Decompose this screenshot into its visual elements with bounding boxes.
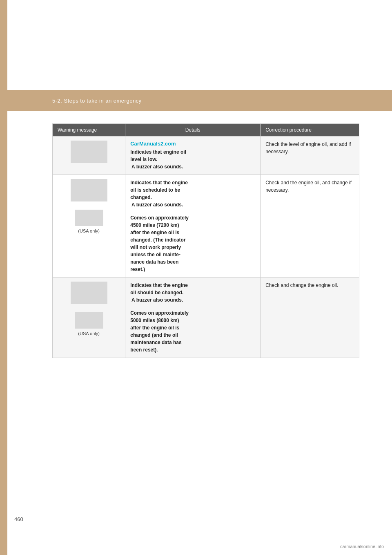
warning-icon-2a [71, 179, 107, 201]
details-text-3a: Indicates that the engineoil should be c… [130, 282, 188, 303]
page-title: 5-2. Steps to take in an emergency [52, 98, 142, 104]
header-bar: 5-2. Steps to take in an emergency [7, 90, 392, 111]
col-header-details: Details [125, 124, 261, 137]
details-text-2a: Indicates that the engineoil is schedule… [130, 180, 188, 208]
warning-icon-3b [75, 312, 103, 329]
details-cell-2: Indicates that the engineoil is schedule… [125, 175, 261, 278]
warning-icon-1 [71, 141, 107, 163]
details-cell-1: CarManuals2.com Indicates that engine oi… [125, 137, 261, 175]
warning-image-cell-2: (USA only) [53, 175, 125, 278]
details-cell-3: Indicates that the engineoil should be c… [125, 278, 261, 358]
page-number: 460 [14, 516, 23, 522]
left-accent-bar [0, 0, 7, 555]
correction-text-1: Check the level of engine oil, and add i… [265, 141, 351, 154]
carmanuals-link[interactable]: CarManuals2.com [130, 141, 255, 147]
warning-icon-2b [75, 210, 103, 226]
warning-table: Warning message Details Correction proce… [52, 123, 359, 358]
table-row: (USA only) Indicates that the engineoil … [53, 278, 359, 358]
warning-image-cell-3: (USA only) [53, 278, 125, 358]
details-text-3b: Comes on approximately5000 miles (8000 k… [130, 310, 189, 353]
watermark: carmanualsonline.info [340, 544, 384, 549]
main-content: Warning message Details Correction proce… [7, 111, 392, 383]
col-header-warning: Warning message [53, 124, 125, 137]
col-header-correction: Correction procedure [261, 124, 359, 137]
warning-image-cell [53, 137, 125, 175]
table-row: CarManuals2.com Indicates that engine oi… [53, 137, 359, 175]
correction-cell-3: Check and change the engine oil. [261, 278, 359, 358]
details-text-2b: Comes on approximately4500 miles (7200 k… [130, 215, 189, 272]
correction-cell-1: Check the level of engine oil, and add i… [261, 137, 359, 175]
details-text-1: Indicates that engine oillevel is low. A… [130, 149, 186, 170]
table-row: (USA only) Indicates that the engineoil … [53, 175, 359, 278]
usa-only-label-2: (USA only) [58, 228, 120, 233]
correction-text-2: Check and the engine oil, and change if … [265, 180, 352, 193]
warning-icon-3a [71, 282, 107, 304]
usa-only-label-3: (USA only) [58, 331, 120, 336]
correction-cell-2: Check and the engine oil, and change if … [261, 175, 359, 278]
correction-text-3: Check and change the engine oil. [265, 282, 338, 288]
